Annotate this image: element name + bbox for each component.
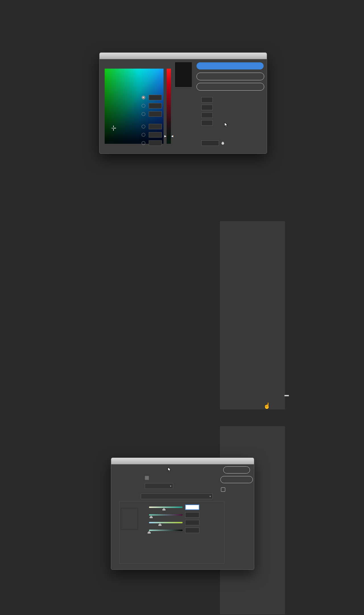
ok-button[interactable] — [197, 62, 264, 69]
g-field[interactable] — [149, 103, 162, 108]
spectrum-handle-right[interactable]: ◀ — [171, 135, 173, 138]
radio-b-lab[interactable] — [142, 141, 145, 145]
color-spectrum-slider[interactable] — [167, 69, 171, 144]
color-preview-swatch — [175, 62, 192, 87]
radio-l[interactable] — [142, 125, 145, 128]
farbwaehler-dialog: ▶ ◀ — [99, 52, 267, 154]
new-swatch-tooltip — [284, 395, 289, 396]
magenta-value-field[interactable] — [185, 512, 199, 518]
add-cmyk-swatch-button[interactable] — [197, 83, 264, 91]
farbfelder-panel: ☝ — [220, 221, 285, 409]
ok-button[interactable] — [223, 466, 250, 473]
cancel-button[interactable] — [197, 73, 264, 80]
color-preview-swatch — [121, 508, 138, 530]
cancel-button[interactable] — [220, 476, 253, 483]
black-value — [185, 528, 199, 533]
magenta-slider-track[interactable] — [149, 514, 183, 516]
dialog-title[interactable] — [100, 53, 267, 59]
screen-swatch-options: ▾ ▾ — [0, 410, 364, 615]
mouse-cursor — [224, 122, 228, 127]
preview-checkbox[interactable] — [221, 487, 227, 492]
m-field[interactable] — [201, 105, 213, 110]
farbfeldoptionen-dialog: ▾ ▾ — [111, 458, 254, 570]
hand-cursor: ☝ — [263, 402, 271, 409]
color-field-crosshair[interactable] — [111, 126, 116, 131]
color-type-dropdown[interactable]: ▾ — [145, 483, 173, 489]
l-field[interactable] — [149, 124, 162, 129]
color-mode-dropdown[interactable]: ▾ — [141, 493, 213, 499]
black-slider-track[interactable] — [149, 530, 183, 531]
radio-r[interactable] — [142, 96, 145, 99]
radio-b[interactable] — [142, 112, 145, 116]
yellow-slider-track[interactable] — [149, 522, 183, 523]
checkbox-empty-icon — [221, 487, 225, 492]
black-value-field[interactable] — [185, 528, 199, 533]
y-field[interactable] — [201, 112, 213, 118]
radio-a[interactable] — [142, 133, 145, 137]
yellow-value-field[interactable] — [185, 520, 199, 525]
name-with-value-checkbox[interactable] — [145, 476, 151, 480]
c-field[interactable] — [201, 97, 213, 102]
k-field[interactable] — [201, 120, 213, 126]
eyedropper-icon[interactable] — [221, 141, 225, 145]
b-field[interactable] — [149, 111, 162, 117]
radio-g[interactable] — [142, 104, 145, 108]
hex-field[interactable] — [201, 140, 219, 146]
spectrum-handle-left[interactable]: ▶ — [164, 135, 166, 138]
r-field[interactable] — [149, 95, 162, 100]
mouse-cursor — [167, 467, 171, 472]
cyan-slider-track[interactable] — [149, 507, 183, 508]
a-field[interactable] — [149, 132, 162, 138]
screen-swatches-panel: ☝ — [0, 205, 364, 410]
magenta-value — [185, 512, 199, 518]
dialog-title[interactable] — [111, 458, 254, 464]
yellow-value — [185, 520, 199, 525]
cyan-value-field[interactable] — [185, 505, 199, 510]
checkbox-checked-icon — [145, 476, 149, 480]
b-lab-field[interactable] — [149, 140, 162, 146]
screen-color-picker: ▶ ◀ — [0, 0, 364, 205]
